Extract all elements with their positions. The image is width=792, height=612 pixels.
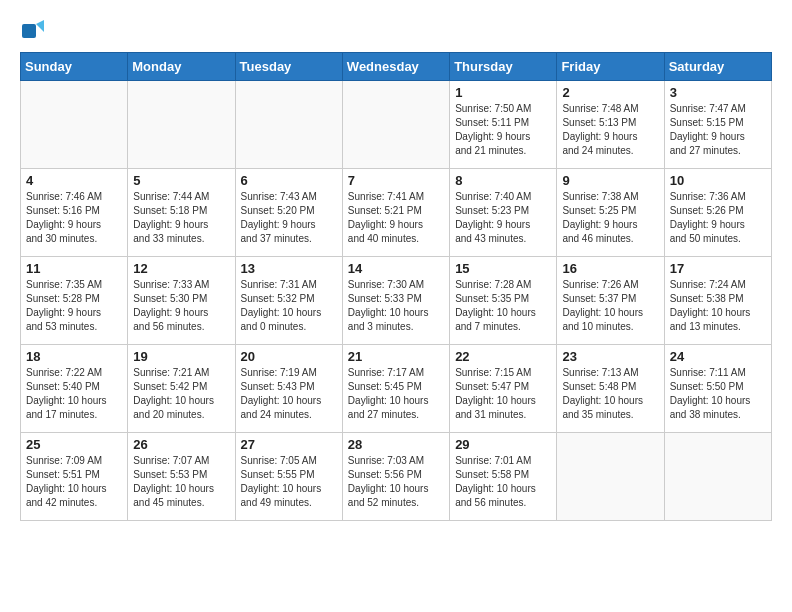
day-number: 15: [455, 261, 551, 276]
calendar-cell: [235, 81, 342, 169]
weekday-header-row: SundayMondayTuesdayWednesdayThursdayFrid…: [21, 53, 772, 81]
calendar-cell: 2Sunrise: 7:48 AM Sunset: 5:13 PM Daylig…: [557, 81, 664, 169]
calendar-cell: 4Sunrise: 7:46 AM Sunset: 5:16 PM Daylig…: [21, 169, 128, 257]
day-info: Sunrise: 7:46 AM Sunset: 5:16 PM Dayligh…: [26, 190, 122, 246]
day-info: Sunrise: 7:22 AM Sunset: 5:40 PM Dayligh…: [26, 366, 122, 422]
day-number: 13: [241, 261, 337, 276]
day-number: 3: [670, 85, 766, 100]
calendar-cell: [664, 433, 771, 521]
calendar-cell: 19Sunrise: 7:21 AM Sunset: 5:42 PM Dayli…: [128, 345, 235, 433]
calendar-cell: [21, 81, 128, 169]
week-row-1: 4Sunrise: 7:46 AM Sunset: 5:16 PM Daylig…: [21, 169, 772, 257]
day-info: Sunrise: 7:01 AM Sunset: 5:58 PM Dayligh…: [455, 454, 551, 510]
calendar-cell: 16Sunrise: 7:26 AM Sunset: 5:37 PM Dayli…: [557, 257, 664, 345]
logo-icon: [20, 16, 48, 44]
weekday-header-sunday: Sunday: [21, 53, 128, 81]
calendar-cell: 27Sunrise: 7:05 AM Sunset: 5:55 PM Dayli…: [235, 433, 342, 521]
day-number: 6: [241, 173, 337, 188]
calendar-cell: 29Sunrise: 7:01 AM Sunset: 5:58 PM Dayli…: [450, 433, 557, 521]
day-info: Sunrise: 7:28 AM Sunset: 5:35 PM Dayligh…: [455, 278, 551, 334]
day-number: 10: [670, 173, 766, 188]
day-info: Sunrise: 7:09 AM Sunset: 5:51 PM Dayligh…: [26, 454, 122, 510]
day-number: 26: [133, 437, 229, 452]
day-info: Sunrise: 7:48 AM Sunset: 5:13 PM Dayligh…: [562, 102, 658, 158]
day-number: 2: [562, 85, 658, 100]
day-info: Sunrise: 7:35 AM Sunset: 5:28 PM Dayligh…: [26, 278, 122, 334]
calendar-cell: 9Sunrise: 7:38 AM Sunset: 5:25 PM Daylig…: [557, 169, 664, 257]
week-row-4: 25Sunrise: 7:09 AM Sunset: 5:51 PM Dayli…: [21, 433, 772, 521]
calendar-cell: 24Sunrise: 7:11 AM Sunset: 5:50 PM Dayli…: [664, 345, 771, 433]
day-number: 7: [348, 173, 444, 188]
day-number: 18: [26, 349, 122, 364]
day-number: 9: [562, 173, 658, 188]
day-number: 23: [562, 349, 658, 364]
weekday-header-friday: Friday: [557, 53, 664, 81]
calendar-cell: 5Sunrise: 7:44 AM Sunset: 5:18 PM Daylig…: [128, 169, 235, 257]
day-number: 4: [26, 173, 122, 188]
day-number: 25: [26, 437, 122, 452]
calendar-cell: 8Sunrise: 7:40 AM Sunset: 5:23 PM Daylig…: [450, 169, 557, 257]
calendar-table: SundayMondayTuesdayWednesdayThursdayFrid…: [20, 52, 772, 521]
day-number: 8: [455, 173, 551, 188]
calendar-cell: 15Sunrise: 7:28 AM Sunset: 5:35 PM Dayli…: [450, 257, 557, 345]
day-info: Sunrise: 7:19 AM Sunset: 5:43 PM Dayligh…: [241, 366, 337, 422]
day-number: 14: [348, 261, 444, 276]
calendar-cell: 22Sunrise: 7:15 AM Sunset: 5:47 PM Dayli…: [450, 345, 557, 433]
day-info: Sunrise: 7:40 AM Sunset: 5:23 PM Dayligh…: [455, 190, 551, 246]
weekday-header-thursday: Thursday: [450, 53, 557, 81]
calendar-cell: 20Sunrise: 7:19 AM Sunset: 5:43 PM Dayli…: [235, 345, 342, 433]
day-number: 16: [562, 261, 658, 276]
day-info: Sunrise: 7:11 AM Sunset: 5:50 PM Dayligh…: [670, 366, 766, 422]
calendar-cell: 13Sunrise: 7:31 AM Sunset: 5:32 PM Dayli…: [235, 257, 342, 345]
day-info: Sunrise: 7:44 AM Sunset: 5:18 PM Dayligh…: [133, 190, 229, 246]
day-info: Sunrise: 7:13 AM Sunset: 5:48 PM Dayligh…: [562, 366, 658, 422]
calendar-cell: 25Sunrise: 7:09 AM Sunset: 5:51 PM Dayli…: [21, 433, 128, 521]
day-info: Sunrise: 7:33 AM Sunset: 5:30 PM Dayligh…: [133, 278, 229, 334]
day-number: 12: [133, 261, 229, 276]
calendar-cell: 10Sunrise: 7:36 AM Sunset: 5:26 PM Dayli…: [664, 169, 771, 257]
day-info: Sunrise: 7:30 AM Sunset: 5:33 PM Dayligh…: [348, 278, 444, 334]
day-number: 20: [241, 349, 337, 364]
calendar-cell: 12Sunrise: 7:33 AM Sunset: 5:30 PM Dayli…: [128, 257, 235, 345]
calendar-cell: [342, 81, 449, 169]
day-info: Sunrise: 7:15 AM Sunset: 5:47 PM Dayligh…: [455, 366, 551, 422]
day-info: Sunrise: 7:07 AM Sunset: 5:53 PM Dayligh…: [133, 454, 229, 510]
day-number: 22: [455, 349, 551, 364]
day-number: 17: [670, 261, 766, 276]
day-info: Sunrise: 7:03 AM Sunset: 5:56 PM Dayligh…: [348, 454, 444, 510]
calendar-cell: 21Sunrise: 7:17 AM Sunset: 5:45 PM Dayli…: [342, 345, 449, 433]
day-info: Sunrise: 7:47 AM Sunset: 5:15 PM Dayligh…: [670, 102, 766, 158]
calendar-cell: 28Sunrise: 7:03 AM Sunset: 5:56 PM Dayli…: [342, 433, 449, 521]
calendar-cell: 1Sunrise: 7:50 AM Sunset: 5:11 PM Daylig…: [450, 81, 557, 169]
weekday-header-monday: Monday: [128, 53, 235, 81]
day-info: Sunrise: 7:31 AM Sunset: 5:32 PM Dayligh…: [241, 278, 337, 334]
day-number: 27: [241, 437, 337, 452]
week-row-3: 18Sunrise: 7:22 AM Sunset: 5:40 PM Dayli…: [21, 345, 772, 433]
calendar-cell: 6Sunrise: 7:43 AM Sunset: 5:20 PM Daylig…: [235, 169, 342, 257]
day-number: 5: [133, 173, 229, 188]
day-number: 29: [455, 437, 551, 452]
day-number: 19: [133, 349, 229, 364]
header: [20, 16, 772, 44]
calendar-cell: 17Sunrise: 7:24 AM Sunset: 5:38 PM Dayli…: [664, 257, 771, 345]
day-number: 11: [26, 261, 122, 276]
day-info: Sunrise: 7:05 AM Sunset: 5:55 PM Dayligh…: [241, 454, 337, 510]
calendar-cell: 18Sunrise: 7:22 AM Sunset: 5:40 PM Dayli…: [21, 345, 128, 433]
day-info: Sunrise: 7:41 AM Sunset: 5:21 PM Dayligh…: [348, 190, 444, 246]
day-info: Sunrise: 7:50 AM Sunset: 5:11 PM Dayligh…: [455, 102, 551, 158]
calendar-cell: 7Sunrise: 7:41 AM Sunset: 5:21 PM Daylig…: [342, 169, 449, 257]
day-info: Sunrise: 7:21 AM Sunset: 5:42 PM Dayligh…: [133, 366, 229, 422]
weekday-header-tuesday: Tuesday: [235, 53, 342, 81]
svg-rect-0: [22, 24, 36, 38]
day-info: Sunrise: 7:36 AM Sunset: 5:26 PM Dayligh…: [670, 190, 766, 246]
weekday-header-saturday: Saturday: [664, 53, 771, 81]
calendar-cell: 14Sunrise: 7:30 AM Sunset: 5:33 PM Dayli…: [342, 257, 449, 345]
weekday-header-wednesday: Wednesday: [342, 53, 449, 81]
day-number: 28: [348, 437, 444, 452]
day-info: Sunrise: 7:17 AM Sunset: 5:45 PM Dayligh…: [348, 366, 444, 422]
day-number: 24: [670, 349, 766, 364]
calendar-cell: [557, 433, 664, 521]
calendar-cell: 3Sunrise: 7:47 AM Sunset: 5:15 PM Daylig…: [664, 81, 771, 169]
week-row-2: 11Sunrise: 7:35 AM Sunset: 5:28 PM Dayli…: [21, 257, 772, 345]
logo: [20, 16, 52, 44]
